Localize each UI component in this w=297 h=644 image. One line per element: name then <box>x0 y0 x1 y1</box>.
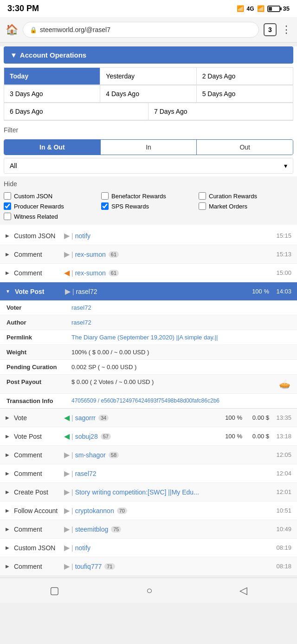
checkbox-producer-rewards-input[interactable] <box>4 202 11 210</box>
detail-author-row: Author rasel72 <box>0 315 297 330</box>
op-user[interactable]: Story writing competition:[SWC] ||My Edu… <box>75 488 199 496</box>
op-user[interactable]: notify <box>75 232 90 240</box>
days-row-1: Today Yesterday 2 Days Ago <box>4 67 293 85</box>
toggle-in[interactable]: In <box>100 140 197 155</box>
checkbox-benefactor-rewards[interactable]: Benefactor Rewards <box>101 192 196 200</box>
day-today[interactable]: Today <box>4 68 100 85</box>
op-user-vote[interactable]: rasel72 <box>76 288 97 295</box>
day-3ago[interactable]: 3 Days Ago <box>4 85 100 103</box>
op-row-vote: ▶ Vote ◀ | sagorrr 34 100 % 0.00 $ 13:35 <box>0 409 297 427</box>
expand-icon[interactable]: ▶ <box>6 415 9 420</box>
detail-txinfo-row: Transaction Info 47056509 / e560b7124976… <box>0 394 297 408</box>
square-nav-icon[interactable]: ▢ <box>50 585 59 597</box>
checkbox-sps-rewards-input[interactable] <box>101 202 109 210</box>
op-type: Create Post <box>14 488 60 496</box>
toggle-inout[interactable]: In & Out <box>4 140 100 155</box>
checkbox-curation-rewards-input[interactable] <box>199 192 206 200</box>
expand-icon[interactable]: ▶ <box>6 270 9 275</box>
checkbox-curation-rewards[interactable]: Curation Rewards <box>199 192 293 200</box>
checkbox-market-orders[interactable]: Market Orders <box>199 202 293 210</box>
op-user[interactable]: sagorrr <box>75 414 96 422</box>
menu-dots-icon[interactable]: ⋮ <box>281 24 291 36</box>
url-bar[interactable]: 🔒 steemworld.org/@rasel7 <box>23 22 259 38</box>
separator: | <box>71 451 73 459</box>
expand-icon[interactable]: ▶ <box>6 527 9 532</box>
op-user[interactable]: notify <box>75 544 90 552</box>
op-middle: ▶ | steemitblog 75 <box>64 525 269 533</box>
weight-label: Weight <box>6 349 71 356</box>
expand-icon[interactable]: ▶ <box>6 471 9 476</box>
all-dropdown-label: All <box>10 162 17 169</box>
payout-label: Post Payout <box>6 378 71 390</box>
detail-permlink-row: Permlink The Diary Game (September 19,20… <box>0 330 297 345</box>
separator: | <box>71 526 73 533</box>
op-user[interactable]: rex-sumon <box>75 269 106 277</box>
op-user[interactable]: rasel72 <box>75 470 97 477</box>
op-user[interactable]: rex-sumon <box>75 251 106 258</box>
op-user[interactable]: cryptokannon <box>75 507 114 514</box>
all-dropdown[interactable]: All ▾ <box>4 158 293 174</box>
expand-icon[interactable]: ▶ <box>6 252 9 257</box>
op-row-comment-2: ▶ Comment ◀ | rex-sumon 61 15:00 <box>0 264 297 282</box>
tx-hash[interactable]: e560b7124976424693f75498b48d00fafc86c2b6 <box>101 397 220 404</box>
voter-value[interactable]: rasel72 <box>71 304 291 311</box>
tab-count[interactable]: 3 <box>264 23 277 36</box>
day-6ago[interactable]: 6 Days Ago <box>4 103 148 120</box>
checkbox-producer-rewards[interactable]: Producer Rewards <box>4 202 98 210</box>
op-user[interactable]: steemitblog <box>75 526 109 533</box>
op-time: 15:00 <box>273 269 291 276</box>
op-user[interactable]: sobuj28 <box>75 433 98 440</box>
op-user[interactable]: toufiq777 <box>75 563 102 570</box>
op-time: 12:01 <box>273 488 291 495</box>
checkbox-witness-related[interactable]: Witness Related <box>4 213 98 220</box>
arrow-icon: ▶ <box>65 287 71 296</box>
status-icons: 📶 4G 📶 35 <box>237 5 290 12</box>
separator: | <box>71 507 73 514</box>
expand-icon[interactable]: ▶ <box>6 545 9 550</box>
status-bar: 3:30 PM 📶 4G 📶 35 <box>0 0 297 17</box>
back-nav-icon[interactable]: ◁ <box>239 585 247 597</box>
op-row-vote-post: ▶ Vote Post ◀ | sobuj28 57 100 % 0.00 $ … <box>0 427 297 446</box>
days-row-2: 3 Days Ago 4 Days Ago 5 Days Ago <box>4 85 293 103</box>
day-7ago[interactable]: 7 Days Ago <box>148 103 293 120</box>
checkbox-custom-json[interactable]: Custom JSON <box>4 192 98 200</box>
txinfo-value[interactable]: 47056509 / e560b7124976424693f75498b48d0… <box>71 397 291 404</box>
day-5ago[interactable]: 5 Days Ago <box>197 85 293 103</box>
circle-nav-icon[interactable]: ○ <box>146 585 152 597</box>
expand-icon[interactable]: ▶ <box>6 233 9 238</box>
expand-icon[interactable]: ▶ <box>6 434 9 439</box>
op-amount: 0.00 $ <box>246 433 269 440</box>
op-middle: ◀ | sagorrr 34 <box>64 413 215 422</box>
op-type: Comment <box>14 269 60 277</box>
signal2-icon: 📶 <box>257 5 265 12</box>
op-middle: ▶ | toufiq777 71 <box>64 562 269 571</box>
day-4ago[interactable]: 4 Days Ago <box>100 85 196 103</box>
checkbox-market-orders-input[interactable] <box>199 202 206 210</box>
checkbox-benefactor-rewards-input[interactable] <box>101 192 109 200</box>
checkbox-sps-rewards[interactable]: SPS Rewards <box>101 202 196 210</box>
home-icon[interactable]: 🏠 <box>6 24 18 36</box>
op-badge: 75 <box>111 526 121 533</box>
inout-toggle: In & Out In Out <box>4 139 293 155</box>
expand-icon[interactable]: ▶ <box>6 452 9 457</box>
vote-percent: 100 % <box>252 288 269 295</box>
checkbox-custom-json-input[interactable] <box>4 192 11 200</box>
expand-icon[interactable]: ▶ <box>6 564 9 569</box>
vote-detail-table: Voter rasel72 Author rasel72 Permlink Th… <box>0 300 297 409</box>
op-row-comment-toufiq777: ▶ Comment ▶ | toufiq777 71 08:18 <box>0 557 297 576</box>
account-ops-title: Account Operations <box>20 51 86 59</box>
day-yesterday[interactable]: Yesterday <box>100 68 196 85</box>
op-time: 12:04 <box>273 470 291 477</box>
author-value[interactable]: rasel72 <box>71 319 291 326</box>
weight-value: 100% ( $ 0.00 / ~ 0.00 USD ) <box>71 349 291 356</box>
op-time: 15:13 <box>273 251 291 258</box>
checkbox-witness-related-input[interactable] <box>4 213 11 220</box>
toggle-out[interactable]: Out <box>197 140 293 155</box>
expand-icon[interactable]: ▶ <box>6 508 9 513</box>
expand-icon[interactable]: ▼ <box>6 289 10 294</box>
tx-id[interactable]: 47056509 <box>71 397 96 404</box>
permlink-value[interactable]: The Diary Game (September 19,2020) ||A s… <box>71 334 291 341</box>
day-2ago[interactable]: 2 Days Ago <box>197 68 293 85</box>
op-user[interactable]: sm-shagor <box>75 451 106 459</box>
expand-icon[interactable]: ▶ <box>6 489 9 494</box>
